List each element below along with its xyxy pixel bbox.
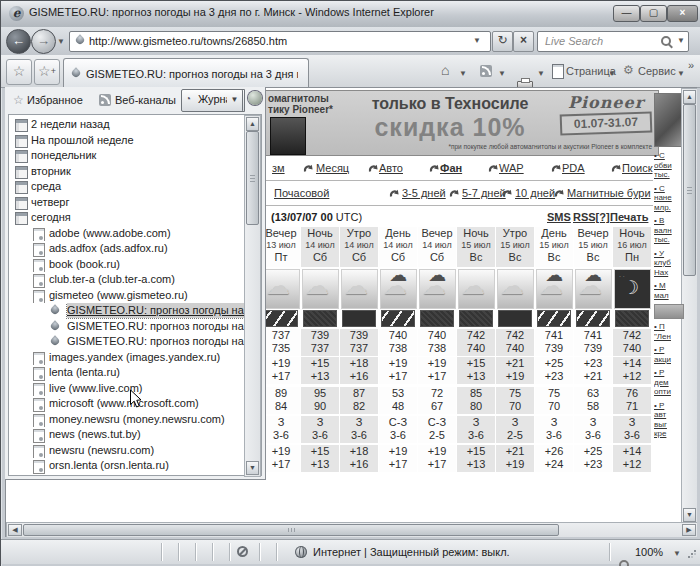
minimize-button[interactable]: — [613, 5, 640, 22]
history-item-site[interactable]: microsoft (www.microsoft.com) [9, 396, 245, 412]
home-dropdown-icon[interactable]: ▼ [459, 69, 467, 78]
news-link[interactable]: • С нане млр. [654, 184, 684, 213]
close-button[interactable]: × [667, 5, 698, 22]
site-nav-link[interactable]: Фан [440, 162, 462, 174]
news-link[interactable]: • У клуб Нах [654, 249, 684, 278]
history-item-day[interactable]: На прошлой неделе [9, 133, 245, 149]
history-item-site[interactable]: lenta (lenta.ru) [9, 365, 245, 381]
history-scrollbar[interactable]: ▲ ▼ [244, 115, 261, 477]
status-bar: Интернет | Защищенный режим: выкл. 100% … [1, 539, 700, 564]
history-scroll-thumb[interactable] [246, 131, 259, 225]
page-menu-icon[interactable] [552, 64, 564, 79]
url-text[interactable]: http://www.gismeteo.ru/towns/26850.htm [89, 35, 287, 47]
history-item-day[interactable]: сегодня [9, 210, 245, 226]
refresh-button[interactable]: ↻ [492, 31, 513, 52]
site-nav-link[interactable]: 3-5 дней [402, 187, 446, 199]
back-button[interactable]: ← [6, 29, 31, 54]
news-link[interactable]: • П "Лен [654, 322, 684, 341]
zoom-level[interactable]: 100% [635, 546, 663, 558]
news-photo [654, 93, 684, 147]
site-nav-link[interactable]: Авто [379, 162, 403, 174]
pressure-cell: 739737 [301, 329, 339, 356]
print-dropdown-icon[interactable]: ▼ [537, 69, 545, 78]
history-item-site[interactable]: live (www.live.com) [9, 381, 245, 397]
news-link[interactable]: • В валн тыс. [654, 216, 684, 245]
toolbar-overflow-icon[interactable]: » [688, 59, 694, 71]
resize-grip[interactable] [687, 549, 697, 559]
feeds-dropdown-icon[interactable]: ▼ [498, 69, 506, 78]
scroll-up-icon[interactable]: ▲ [246, 117, 259, 131]
horizontal-scroll-thumb[interactable] [23, 524, 559, 536]
tools-dropdown-icon[interactable]: ▼ [677, 69, 685, 78]
site-nav-link[interactable]: 5-7 дней [462, 187, 506, 199]
site-nav-link[interactable]: PDA [562, 162, 585, 174]
history-dropdown-icon[interactable]: ▼ [227, 89, 243, 112]
news-link[interactable]: • Р акци [654, 345, 684, 364]
history-item-site[interactable]: book (book.ru) [9, 257, 245, 273]
site-nav-link[interactable]: 10 дней [515, 187, 555, 199]
search-placeholder[interactable]: Live Search [545, 35, 603, 47]
site-nav-link[interactable]: Месяц [316, 162, 349, 174]
site-nav-link[interactable]: Магнитные бури [567, 187, 651, 199]
search-dropdown-icon[interactable]: ▼ [677, 36, 685, 45]
tab-active[interactable]: GISMETEO.RU: прогноз погоды на 3 дня по … [63, 58, 309, 88]
site-nav-link[interactable]: Поиск [622, 162, 652, 174]
meta-link[interactable]: RSS[?] [573, 211, 610, 223]
scroll-left-icon[interactable]: ◀ [8, 524, 22, 536]
history-item-day[interactable]: 2 недели назад [9, 117, 245, 133]
history-item-day[interactable]: среда [9, 179, 245, 195]
meta-link[interactable]: SMS [547, 211, 571, 223]
history-item-page[interactable]: GISMETEO.RU: прогноз погоды на 7 д... [9, 334, 245, 350]
meta-link[interactable]: Печать [610, 211, 648, 223]
page-horizontal-scrollbar[interactable]: ◀ ▶ [6, 522, 697, 537]
site-nav-link[interactable]: зм [272, 162, 285, 174]
history-item-day[interactable]: четверг [9, 195, 245, 211]
history-item-site[interactable]: club.ter-a (club.ter-a.com) [9, 272, 245, 288]
history-item-label: среда [31, 179, 61, 194]
home-icon[interactable]: ⌂ [441, 65, 449, 75]
scroll-down-icon[interactable]: ▼ [683, 508, 696, 522]
history-item-day[interactable]: понедельник [9, 148, 245, 164]
page-menu-dropdown-icon[interactable]: ▼ [608, 69, 616, 78]
vertical-scroll-thumb[interactable] [683, 104, 696, 276]
tab-favorites[interactable]: Избранное [27, 94, 83, 106]
stop-button[interactable]: × [513, 31, 534, 52]
scroll-down-icon[interactable]: ▼ [246, 461, 259, 475]
history-item-site[interactable]: newsru (newsru.com) [9, 443, 245, 459]
zoom-magnifier-icon[interactable] [619, 560, 629, 566]
site-nav-link[interactable]: WAP [499, 162, 524, 174]
feeds-icon[interactable] [480, 65, 492, 77]
add-favorite-button[interactable]: ☆+ [34, 59, 60, 85]
history-item-day[interactable]: вторник [9, 164, 245, 180]
history-item-site[interactable]: gismeteo (www.gismeteo.ru) [9, 288, 245, 304]
recent-pages-dropdown-icon[interactable]: ▼ [57, 37, 65, 46]
history-item-site[interactable]: orsn.lenta (orsn.lenta.ru) [9, 458, 245, 474]
scroll-right-icon[interactable]: ▶ [682, 524, 696, 536]
scroll-up-icon[interactable]: ▲ [683, 90, 696, 104]
news-link[interactable]: • С обви тыс. [654, 151, 684, 180]
favorites-center-button[interactable]: ☆ [6, 59, 32, 85]
news-link[interactable]: • М мал [654, 281, 684, 300]
history-item-page[interactable]: GISMETEO.RU: прогноз погоды на 5 д... [9, 319, 245, 335]
zoom-dropdown-icon[interactable]: ▼ [673, 549, 681, 558]
humidity-cell: 7671 [613, 387, 651, 414]
col-weekday: Сб [301, 251, 339, 264]
history-item-site[interactable]: images.yandex (images.yandex.ru) [9, 350, 245, 366]
news-link[interactable]: • Р авт выг кре [654, 401, 684, 439]
history-item-site[interactable]: money.newsru (money.newsru.com) [9, 412, 245, 428]
history-item-site[interactable]: adobe (www.adobe.com) [9, 226, 245, 242]
title-bar[interactable]: e GISMETEO.RU: прогноз погоды на 3 дня п… [1, 1, 700, 27]
tools-menu-button[interactable]: Сервис [638, 65, 676, 77]
news-link[interactable]: • Р дем опти [654, 368, 684, 397]
search-icon[interactable] [661, 36, 671, 46]
forward-button[interactable]: → [31, 29, 56, 54]
history-item-page[interactable]: GISMETEO.RU: прогноз погоды на 3 д... [9, 303, 245, 319]
site-nav-link[interactable]: Почасовой [274, 187, 329, 199]
tab-feeds[interactable]: Веб-каналы [115, 94, 176, 106]
address-dropdown-icon[interactable]: ▼ [473, 36, 481, 45]
gear-icon[interactable]: ⚙ [623, 63, 634, 77]
history-item-site[interactable]: news (news.tut.by) [9, 427, 245, 443]
history-item-site[interactable]: ads.adfox (ads.adfox.ru) [9, 241, 245, 257]
pin-panel-icon[interactable] [248, 91, 262, 105]
maximize-button[interactable]: ▢ [640, 5, 667, 22]
